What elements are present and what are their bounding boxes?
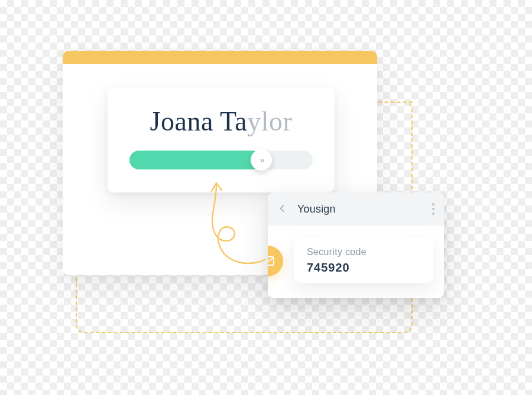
dashed-connector-top [372,102,413,103]
signature-first: Joana Ta [150,106,248,136]
mail-icon [268,246,283,276]
app-name: Yousign [297,203,336,216]
notification-card: Yousign Security code 745920 [268,192,444,298]
notification-body: Security code 745920 [268,226,444,298]
sign-slider[interactable]: » [129,151,313,169]
security-code-label: Security code [307,247,420,257]
signature-text: Joana Taylor [150,108,293,135]
notification-header: Yousign [268,192,444,226]
slider-fill [129,151,261,169]
browser-topbar [63,51,377,64]
security-code-value: 745920 [307,261,420,275]
slider-thumb[interactable]: » [251,149,272,171]
security-code-pill: Security code 745920 [294,239,433,283]
signature-panel: Joana Taylor » [108,87,335,192]
signature-last-faded: ylor [247,106,292,136]
more-vertical-icon[interactable] [432,203,434,215]
chevron-right-double-icon: » [260,155,263,165]
chevron-left-icon[interactable] [278,203,289,216]
